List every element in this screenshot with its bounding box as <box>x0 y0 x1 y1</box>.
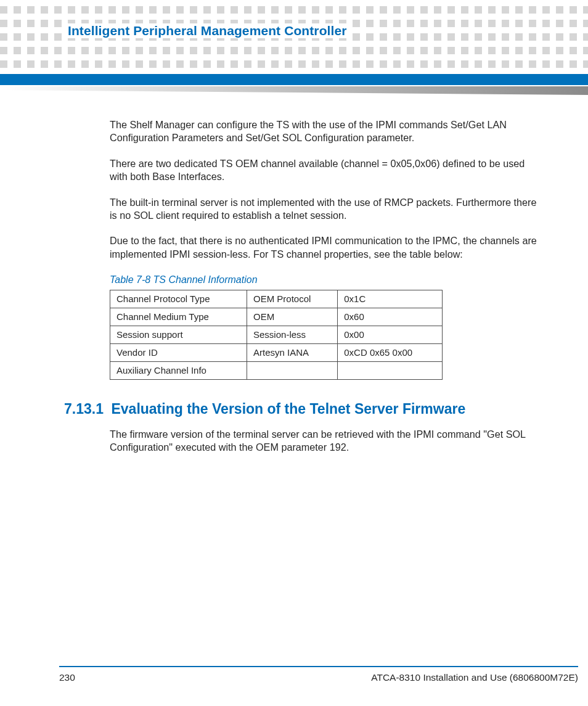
page-footer: 230 ATCA-8310 Installation and Use (6806… <box>59 672 578 683</box>
ts-channel-info-table: Channel Protocol Type OEM Protocol 0x1C … <box>110 290 443 380</box>
table-row: Auxiliary Channel Info <box>110 362 443 380</box>
section-title: Evaluating the Version of the Telnet Ser… <box>111 401 465 417</box>
table-cell: Session support <box>110 326 247 344</box>
table-row: Channel Protocol Type OEM Protocol 0x1C <box>110 290 443 308</box>
table-cell: 0xCD 0x65 0x00 <box>338 344 443 362</box>
table-cell: OEM <box>247 308 338 326</box>
table-cell: OEM Protocol <box>247 290 338 308</box>
paragraph: The Shelf Manager can configure the TS w… <box>110 118 541 145</box>
table-cell: Artesyn IANA <box>247 344 338 362</box>
footer-rule <box>59 666 578 667</box>
table-cell: 0x60 <box>338 308 443 326</box>
table-cell: 0x00 <box>338 326 443 344</box>
table-cell: Auxiliary Channel Info <box>110 362 247 380</box>
page-number: 230 <box>59 672 75 683</box>
table-row: Channel Medium Type OEM 0x60 <box>110 308 443 326</box>
header-gray-wedge <box>0 86 588 95</box>
section-body: The firmware version of the terminal ser… <box>110 428 541 454</box>
section-heading: 7.13.1 Evaluating the Version of the Tel… <box>64 401 545 417</box>
table-cell: 0x1C <box>338 290 443 308</box>
table-cell <box>338 362 443 380</box>
table-cell: Channel Protocol Type <box>110 290 247 308</box>
paragraph: There are two dedicated TS OEM channel a… <box>110 157 541 184</box>
table-row: Vendor ID Artesyn IANA 0xCD 0x65 0x00 <box>110 344 443 362</box>
table-cell: Channel Medium Type <box>110 308 247 326</box>
header-blue-bar <box>0 74 588 85</box>
paragraph: The firmware version of the terminal ser… <box>110 428 541 454</box>
table-cell <box>247 362 338 380</box>
section-number: 7.13.1 <box>64 401 108 417</box>
paragraph: The built-in terminal server is not impl… <box>110 196 541 223</box>
chapter-title: Intelligent Peripheral Management Contro… <box>64 23 353 38</box>
doc-id: ATCA-8310 Installation and Use (6806800M… <box>371 672 578 683</box>
table-caption: Table 7-8 TS Channel Information <box>110 273 541 286</box>
body-content: The Shelf Manager can configure the TS w… <box>110 118 541 380</box>
table-cell: Session-less <box>247 326 338 344</box>
paragraph: Due to the fact, that there is no authen… <box>110 234 541 261</box>
table-row: Session support Session-less 0x00 <box>110 326 443 344</box>
table-cell: Vendor ID <box>110 344 247 362</box>
